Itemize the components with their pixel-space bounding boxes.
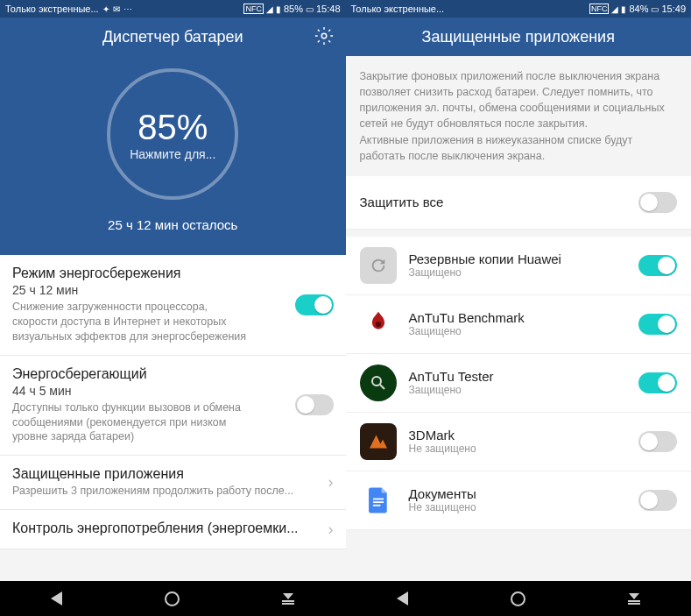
toggle-app[interactable] [638, 490, 677, 511]
tap-hint: Нажмите для... [130, 147, 215, 161]
battery-icon: ▭ [651, 4, 659, 14]
app-row-antutu[interactable]: AnTuTu Benchmark Защищено [346, 295, 692, 354]
toggle-app[interactable] [638, 255, 677, 276]
docs-icon [360, 482, 397, 519]
toggle-ultra-saving[interactable] [295, 394, 334, 415]
3dmark-icon [360, 423, 397, 460]
item-power-intensive[interactable]: Контроль энергопотребления (энергоемки..… [0, 510, 346, 549]
toggle-app[interactable] [638, 314, 677, 335]
mail-icon: ✉ [113, 4, 120, 14]
clock: 15:49 [661, 4, 686, 14]
signal-icon: ▮ [621, 4, 626, 14]
toggle-power-saving[interactable] [295, 294, 334, 315]
status-bar: Только экстренные... NFC ◢ ▮ 84% ▭ 15:49 [346, 0, 692, 18]
item-title: Контроль энергопотребления (энергоемки..… [12, 520, 316, 536]
app-name: Резервные копии Huawei [409, 251, 627, 266]
recent-button[interactable] [628, 593, 640, 605]
item-time: 25 ч 12 мин [12, 283, 251, 297]
page-title: Защищенные приложения [422, 28, 615, 46]
item-sub: Снижение загруженности процессора, скоро… [12, 300, 251, 344]
item-title: Защищенные приложения [12, 466, 316, 482]
header: Защищенные приложения [346, 18, 692, 56]
svg-point-1 [375, 322, 380, 327]
tester-icon [360, 365, 397, 401]
battery-ring[interactable]: 85% Нажмите для... [107, 68, 238, 200]
svg-point-0 [321, 33, 327, 39]
protect-all-label: Защитить все [360, 195, 627, 209]
app-name: Документы [409, 486, 627, 501]
app-icon: ✦ [102, 4, 109, 14]
chevron-right-icon: › [328, 520, 334, 539]
nfc-icon: NFC [243, 4, 264, 14]
time-remaining: 25 ч 12 мин осталось [0, 217, 346, 232]
battery-percent: 85% [137, 108, 208, 147]
app-row-docs[interactable]: Документы Не защищено [346, 471, 692, 530]
app-status: Не защищено [409, 501, 627, 513]
app-status: Защищено [409, 266, 627, 279]
item-power-saving[interactable]: Режим энергосбережения 25 ч 12 мин Сниже… [0, 255, 346, 356]
app-status: Защищено [409, 384, 627, 396]
app-name: 3DMark [409, 428, 627, 443]
clock: 15:48 [316, 4, 341, 14]
toggle-app[interactable] [638, 431, 677, 452]
app-row-backup[interactable]: Резервные копии Huawei Защищено [346, 237, 692, 295]
gear-icon[interactable] [314, 26, 334, 50]
battery-pct: 84% [629, 4, 648, 14]
carrier-text: Только экстренные... [351, 4, 445, 14]
wifi-icon: ◢ [611, 4, 618, 14]
description-text: Закрытие фоновых приложений после выключ… [346, 56, 692, 176]
page-title: Диспетчер батареи [102, 28, 243, 46]
recent-button[interactable] [282, 593, 294, 605]
header: Диспетчер батареи [0, 18, 346, 56]
svg-rect-4 [372, 501, 383, 503]
antutu-icon [360, 306, 397, 343]
nfc-icon: NFC [589, 4, 610, 14]
phone-right: Только экстренные... NFC ◢ ▮ 84% ▭ 15:49… [346, 0, 692, 616]
nav-bar [346, 581, 692, 616]
phone-left: Только экстренные... ✦ ✉ ⋯ NFC ◢ ▮ 85% ▭… [0, 0, 346, 616]
item-protected-apps[interactable]: Защищенные приложения Разрешить 3 прилож… [0, 456, 346, 510]
svg-point-2 [372, 377, 381, 386]
status-bar: Только экстренные... ✦ ✉ ⋯ NFC ◢ ▮ 85% ▭… [0, 0, 346, 18]
item-sub: Разрешить 3 приложениям продолжить работ… [12, 484, 316, 499]
settings-list: Режим энергосбережения 25 ч 12 мин Сниже… [0, 255, 346, 581]
battery-pct: 85% [284, 4, 303, 14]
battery-hero: 85% Нажмите для... 25 ч 12 мин осталось [0, 56, 346, 255]
home-button[interactable] [165, 591, 180, 606]
back-button[interactable] [397, 591, 408, 605]
item-ultra-saving[interactable]: Энергосберегающий 44 ч 5 мин Доступны то… [0, 356, 346, 457]
wifi-icon: ◢ [266, 4, 273, 14]
svg-rect-3 [372, 498, 383, 499]
app-name: AnTuTu Benchmark [409, 310, 627, 325]
chevron-right-icon: › [328, 473, 334, 492]
svg-rect-5 [372, 505, 380, 506]
app-status: Не защищено [409, 443, 627, 455]
item-sub: Доступны только функции вызовов и обмена… [12, 400, 251, 445]
item-time: 44 ч 5 мин [12, 384, 251, 398]
home-button[interactable] [511, 591, 525, 606]
app-name: AnTuTu Tester [409, 369, 627, 384]
signal-icon: ▮ [276, 4, 281, 14]
app-row-tester[interactable]: AnTuTu Tester Защищено [346, 354, 692, 413]
more-icon: ⋯ [123, 4, 132, 14]
item-title: Режим энергосбережения [12, 266, 251, 281]
toggle-protect-all[interactable] [638, 192, 677, 213]
backup-icon [360, 247, 397, 284]
back-button[interactable] [51, 591, 62, 605]
app-row-3dmark[interactable]: 3DMark Не защищено [346, 413, 692, 471]
item-title: Энергосберегающий [12, 366, 251, 382]
battery-icon: ▭ [306, 4, 314, 14]
protect-all-row[interactable]: Защитить все [346, 176, 692, 230]
nav-bar [0, 581, 346, 616]
app-status: Защищено [409, 325, 627, 337]
toggle-app[interactable] [638, 372, 677, 393]
carrier-text: Только экстренные... [5, 4, 99, 14]
